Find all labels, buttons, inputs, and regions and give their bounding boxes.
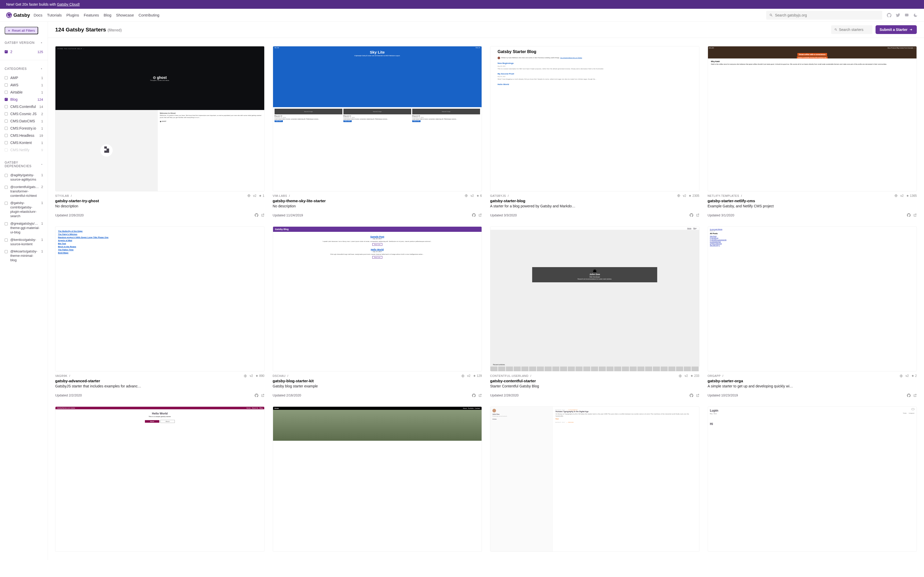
discord-icon[interactable] — [905, 13, 909, 18]
filter-count: 124 — [37, 98, 43, 102]
nav-tutorials[interactable]: Tutorials — [47, 13, 62, 17]
card-updated: Updated 11/24/2019 — [273, 213, 303, 217]
card-description: No description — [273, 204, 482, 208]
card-thumbnail[interactable]: LupinBlog AboutTwitterInstagramHi — [708, 406, 917, 552]
filter-item[interactable]: CMS:Headless 19 — [5, 132, 43, 139]
filter-item[interactable]: @gatsby-contrib/gatsby-plugin-elasticlun… — [5, 199, 43, 220]
filter-item[interactable]: @greatgatsbyjs/gatsby-theme-ggt-material… — [5, 220, 43, 236]
github-icon[interactable] — [472, 393, 476, 397]
global-search-input[interactable] — [775, 13, 879, 17]
github-icon[interactable] — [690, 393, 693, 397]
globe-icon — [894, 194, 898, 197]
card-description: A starter for a blog powered by Gatsby a… — [490, 204, 699, 208]
external-link-icon[interactable] — [913, 393, 917, 397]
starter-card[interactable]: Gatsby BlogSample PostJuly 18, 2017I spe… — [273, 226, 482, 398]
starter-card[interactable]: HomeAboutPortfolioContact — [273, 406, 482, 552]
github-icon[interactable] — [690, 213, 693, 217]
nav-docs[interactable]: Docs — [34, 13, 42, 17]
filter-item[interactable]: CMS:Netlify 9 — [5, 146, 43, 153]
filter-item[interactable]: @lekoarts/gatsby-theme-minimal-blog 1 — [5, 248, 43, 264]
nav-contributing[interactable]: Contributing — [139, 13, 159, 17]
card-thumbnail[interactable]: HomeAboutPortfolioContact — [273, 406, 482, 552]
banner-link[interactable]: Gatsby Cloud! — [57, 2, 80, 6]
external-link-icon[interactable] — [913, 213, 917, 217]
card-thumbnail[interactable]: The Butterfly of the EdgeThe Fairy's Wit… — [55, 226, 265, 372]
dark-mode-icon[interactable] — [913, 13, 918, 18]
filter-item[interactable]: CMS:DatoCMS 1 — [5, 118, 43, 125]
card-thumbnail[interactable]: KALDIAbout Products Blog Contact Form Ex… — [708, 46, 917, 192]
nav-blog[interactable]: Blog — [103, 13, 111, 17]
external-link-icon[interactable] — [696, 213, 699, 217]
external-link-icon[interactable] — [478, 213, 482, 217]
card-updated: Updated 3/1/2020 — [708, 213, 734, 217]
github-icon[interactable] — [255, 213, 258, 217]
filter-header-categories[interactable]: CATEGORIES — [5, 67, 43, 71]
card-thumbnail[interactable]: Sky LiteDoc | ⚙Sky LiteA lightweight Gat… — [273, 46, 482, 192]
filter-item-v2[interactable]: 2 125 — [5, 48, 43, 55]
filter-item[interactable]: @kentico/gatsby-source-kontent 1 — [5, 236, 43, 248]
starter-card[interactable]: John DoePellentesque odio nisl euismod…A… — [490, 406, 699, 552]
github-icon[interactable] — [907, 393, 911, 397]
card-description: No description — [55, 204, 265, 208]
card-thumbnail[interactable]: HOME TAG AUTHOR HELP ⋯⊙ ghostThoughts, s… — [55, 46, 265, 192]
starter-card[interactable]: An org-mode WebsiteEN | zhTWAll PostsHel… — [708, 226, 917, 398]
card-title: gatsby-starter-netlify-cms — [708, 198, 917, 203]
starter-search[interactable] — [831, 25, 872, 34]
starter-search-input[interactable] — [839, 27, 869, 32]
external-link-icon[interactable] — [696, 393, 699, 397]
card-thumbnail[interactable]: John DoePellentesque odio nisl euismod…A… — [490, 406, 699, 552]
nav-plugins[interactable]: Plugins — [66, 13, 79, 17]
filter-item[interactable]: Blog 124 — [5, 96, 43, 103]
external-link-icon[interactable] — [478, 393, 482, 397]
card-title: gatsby-theme-sky-lite-starter — [273, 198, 482, 203]
starter-card[interactable]: Sky LiteDoc | ⚙Sky LiteA lightweight Gat… — [273, 46, 482, 217]
filter-item[interactable]: @contentful/gatsby-transformer-contentfu… — [5, 184, 43, 200]
github-icon[interactable] — [255, 393, 258, 397]
card-stars: ★ 1 — [259, 194, 264, 198]
starter-card[interactable]: Gatsbythemes.com starterHomeAbout UsBlog… — [55, 406, 265, 552]
filter-count: 19 — [39, 134, 43, 137]
card-thumbnail[interactable]: Gatsby BlogSample PostJuly 18, 2017I spe… — [273, 226, 482, 372]
checkbox-icon — [5, 76, 8, 79]
nav-showcase[interactable]: Showcase — [116, 13, 134, 17]
reset-filters-button[interactable]: Reset all Filters — [5, 27, 38, 34]
github-icon[interactable] — [887, 13, 892, 18]
filter-item[interactable]: CMS:Kontent 1 — [5, 139, 43, 146]
filter-item[interactable]: CMS:Contentful 14 — [5, 103, 43, 110]
starter-card[interactable]: HomeBlogJohn DoeWeb DeveloperResearch an… — [490, 226, 699, 398]
submit-starter-button[interactable]: Submit a Starter — [876, 25, 917, 34]
starter-card[interactable]: LupinBlog AboutTwitterInstagramHi — [708, 406, 917, 552]
main-content: 124 Gatsby Starters (filtered) Submit a … — [48, 22, 924, 560]
svg-rect-1 — [905, 14, 908, 16]
card-thumbnail[interactable]: HomeBlogJohn DoeWeb DeveloperResearch an… — [490, 226, 699, 372]
top-nav: Gatsby Docs Tutorials Plugins Features B… — [0, 9, 924, 22]
starter-card[interactable]: HOME TAG AUTHOR HELP ⋯⊙ ghostThoughts, s… — [55, 46, 265, 217]
filter-header-deps[interactable]: GATSBY DEPENDENCIES — [5, 161, 43, 168]
card-updated: Updated 2/2/2020 — [55, 393, 82, 397]
logo[interactable]: Gatsby — [6, 12, 30, 18]
github-icon[interactable] — [907, 213, 911, 217]
search-icon — [769, 13, 773, 17]
filter-item[interactable]: @agility/gatsby-source-agilitycms 1 — [5, 172, 43, 184]
starter-card[interactable]: KALDIAbout Products Blog Contact Form Ex… — [708, 46, 917, 217]
nav-features[interactable]: Features — [84, 13, 99, 17]
filter-item[interactable]: CMS:Forestry.io 1 — [5, 125, 43, 132]
external-link-icon[interactable] — [261, 213, 265, 217]
starter-card[interactable]: The Butterfly of the EdgeThe Fairy's Wit… — [55, 226, 265, 398]
external-link-icon[interactable] — [261, 393, 265, 397]
card-thumbnail[interactable]: Gatsbythemes.com starterHomeAbout UsBlog… — [55, 406, 265, 552]
starter-card[interactable]: Gatsby Starter BlogWritten by Kyle Mathe… — [490, 46, 699, 217]
github-icon[interactable] — [472, 213, 476, 217]
card-stars: ★ 1365 — [906, 194, 917, 198]
twitter-icon[interactable] — [896, 13, 900, 18]
filter-item[interactable]: AMP 1 — [5, 74, 43, 81]
global-search[interactable] — [766, 11, 882, 19]
card-thumbnail[interactable]: Gatsby Starter BlogWritten by Kyle Mathe… — [490, 46, 699, 192]
filter-header-version[interactable]: GATSBY VERSION — [5, 41, 43, 45]
card-version: v2 — [250, 374, 253, 378]
card-stars: ★ 2305 — [689, 194, 699, 198]
filter-item[interactable]: CMS:Cosmic JS 2 — [5, 110, 43, 118]
filter-item[interactable]: Airtable 1 — [5, 89, 43, 96]
card-thumbnail[interactable]: An org-mode WebsiteEN | zhTWAll PostsHel… — [708, 226, 917, 372]
filter-item[interactable]: AWS 1 — [5, 81, 43, 89]
